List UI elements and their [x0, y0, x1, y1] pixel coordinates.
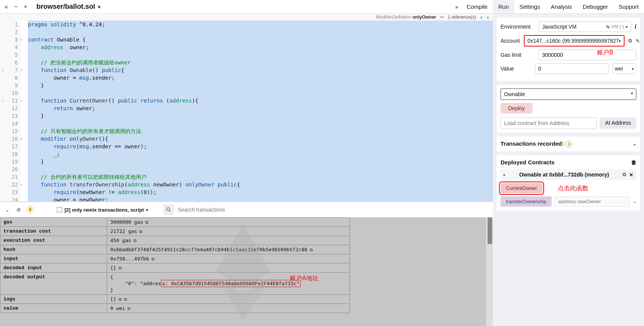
tx-value: 0x758...497bb⧉ — [107, 254, 350, 263]
contract-name: Ownable — [504, 91, 525, 97]
console-output[interactable]: gas3000000 gas⧉transaction cost21722 gas… — [0, 217, 486, 326]
value-label: Value — [501, 66, 531, 72]
at-address-button[interactable]: At Address — [600, 117, 636, 129]
env-label: Environment — [501, 24, 535, 30]
console-toolbar: ⌄ ⊘ 0 [2] only remix transactions, scrip… — [0, 202, 493, 217]
gas-limit-input[interactable] — [539, 50, 636, 60]
caret-down-icon: ▾ — [632, 67, 634, 71]
tx-key: decoded input — [0, 263, 107, 273]
copy-icon[interactable]: ⧉ — [310, 247, 313, 252]
transfer-ownership-input[interactable] — [555, 196, 630, 207]
transfer-ownership-button[interactable]: transferOwnership — [501, 196, 552, 207]
references-count[interactable]: 1 reference(s) — [448, 14, 476, 20]
jump-icon[interactable]: ↪ — [440, 14, 444, 20]
tx-details-table: gas3000000 gas⧉transaction cost21722 gas… — [0, 217, 350, 313]
copy-icon[interactable]: ⧉ — [139, 229, 142, 234]
ref-next-icon[interactable]: ∨ — [486, 15, 489, 19]
copy-icon[interactable]: ⧉ — [151, 257, 155, 262]
filter-dropdown[interactable]: [2] only remix transactions, script ▾ — [57, 207, 148, 213]
copy-icon[interactable]: ⧉ — [119, 266, 122, 271]
tab-settings[interactable]: Settings — [514, 0, 546, 13]
copy-icon[interactable]: ⧉ — [134, 238, 137, 243]
copy-icon[interactable]: ⧉ — [119, 297, 122, 302]
caret-down-icon: ▾ — [146, 208, 148, 212]
caret-down-icon: ▾ — [631, 91, 633, 97]
annotation-account-b: 账户B — [597, 49, 613, 57]
load-address-input[interactable] — [501, 117, 597, 129]
tab-support[interactable]: Support — [613, 0, 644, 13]
tab-analysis[interactable]: Analysis — [546, 0, 578, 13]
plus-icon[interactable]: + — [22, 3, 29, 11]
tx-key: input — [0, 254, 107, 263]
swap-icon: ⇆ — [606, 24, 610, 29]
tx-key: decoded output — [0, 273, 107, 295]
editor: ModifierDefinition onlyOwner ↪ 1 referen… — [0, 14, 493, 202]
edit-icon[interactable]: ✎ — [636, 38, 640, 44]
tx-value: 3000000 gas⧉ — [107, 218, 350, 227]
chevrons-right-icon[interactable]: » — [452, 4, 461, 10]
copy-icon[interactable]: ⧉ — [124, 297, 127, 302]
account-select[interactable]: 0x147...c160c (99.9999999999997827 ▾ — [524, 35, 625, 47]
file-tab-label: browser/ballot.sol — [37, 3, 95, 11]
tab-debugger[interactable]: Debugger — [578, 0, 613, 13]
tab-run[interactable]: Run — [493, 0, 514, 13]
info-icon[interactable]: i — [635, 23, 636, 30]
code-area[interactable]: 1234567891011121314151617181920212223242… — [0, 21, 493, 201]
search-icon[interactable] — [163, 204, 174, 215]
svg-point-0 — [167, 208, 170, 211]
search-input[interactable] — [176, 205, 253, 214]
tx-value: {}⧉ — [107, 263, 350, 273]
trash-icon[interactable]: 🗑 — [631, 159, 636, 165]
tx-value: 0xbba8b8f3748f425f4911c28cc77e4a407cb94b… — [107, 245, 350, 254]
close-icon[interactable]: ✕ — [629, 172, 633, 178]
deploy-button[interactable]: Deploy — [501, 103, 533, 114]
def-kind: ModifierDefinition — [376, 14, 411, 20]
value-unit: wei — [615, 66, 623, 72]
tx-key: logs — [0, 295, 107, 304]
annotation-account-a: 账户A地址 — [290, 275, 319, 283]
ref-prev-icon[interactable]: ∧ — [480, 15, 483, 19]
tx-value: 21722 gas⧉ — [107, 227, 350, 236]
value-unit-select[interactable]: wei ▾ — [612, 63, 636, 74]
ban-icon[interactable]: ⊘ — [15, 206, 23, 214]
tx-value: 450 gas⧉ — [107, 236, 350, 245]
close-icon[interactable]: × — [98, 4, 101, 10]
contract-instance[interactable]: ▸ Ownable at 0xbbf...732db (memory) ⧉ ✕ — [501, 169, 636, 180]
tx-key: hash — [0, 245, 107, 254]
value-input[interactable] — [535, 63, 609, 74]
tx-key: gas — [0, 218, 107, 227]
file-tab[interactable]: browser/ballot.sol × — [32, 1, 105, 12]
chevron-down-icon[interactable]: ⌄ — [4, 206, 11, 214]
contract-instance-name: Ownable at 0xbbf...732db (memory) — [509, 172, 620, 178]
current-owner-button[interactable]: CurrentOwner — [501, 183, 543, 193]
chevron-down-icon[interactable]: ⌄ — [633, 199, 636, 204]
copy-icon[interactable]: ⧉ — [623, 172, 626, 178]
pending-badge: 0 — [26, 206, 34, 214]
account-value: 0x147...c160c (99.9999999999997827 — [528, 38, 619, 44]
gas-label: Gas limit — [501, 52, 535, 58]
filter-label: [2] only remix transactions, script — [64, 207, 144, 213]
chevrons-left-icon[interactable]: « — [3, 3, 10, 11]
top-bar: « − + browser/ballot.sol × » CompileRunS… — [0, 0, 644, 14]
contract-select[interactable]: Ownable ▾ — [501, 88, 636, 100]
minus-icon[interactable]: − — [13, 3, 19, 11]
tx-key: execution cost — [0, 236, 107, 245]
def-name: onlyOwner — [412, 14, 436, 20]
env-value: JavaScript VM — [542, 24, 576, 30]
expand-icon[interactable]: ▸ — [504, 173, 506, 177]
annotation-click-fn: 点击此函数 — [558, 185, 588, 193]
tx-key: transaction cost — [0, 227, 107, 236]
environment-select[interactable]: JavaScript VM ⇆ VM (-) ▾ — [539, 21, 631, 32]
account-label: Account — [501, 38, 520, 44]
tx-value: []⧉⧉ — [107, 295, 350, 304]
chevron-down-icon[interactable]: ⌄ — [633, 141, 636, 146]
tx-recorded-row[interactable]: Transactions recorded: 3 ⌄ — [501, 140, 636, 148]
caret-down-icon: ▾ — [619, 39, 621, 43]
copy-icon[interactable]: ⧉ — [145, 220, 148, 225]
scrollbar[interactable] — [486, 217, 493, 326]
copy-icon[interactable]: ⧉ — [127, 306, 130, 311]
svg-line-1 — [169, 210, 171, 212]
tx-value: 0 wei⧉ — [107, 304, 350, 313]
tab-compile[interactable]: Compile — [461, 0, 493, 13]
copy-icon[interactable]: ⧉ — [628, 38, 632, 44]
